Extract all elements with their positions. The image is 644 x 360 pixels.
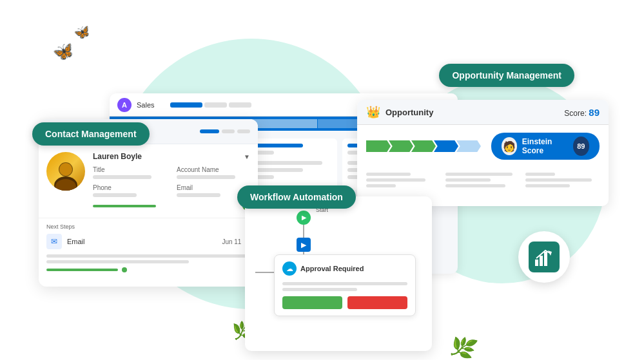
pipeline-step-3 <box>250 119 317 128</box>
svg-rect-4 <box>535 260 538 266</box>
workflow-card: Start ▶ ▶ ☁ ☁ Approval Required <box>245 196 432 351</box>
tab-inactive-1 <box>204 102 227 108</box>
analytics-icon <box>529 242 560 272</box>
chevron-4 <box>434 140 458 152</box>
field-phone: Phone <box>93 184 166 197</box>
start-node: ▶ <box>297 211 311 225</box>
einstein-badge: 🧑 Einstein Score 89 <box>491 133 600 160</box>
svg-marker-7 <box>548 251 552 256</box>
opp-progress-area: 🧑 Einstein Score 89 <box>357 125 609 167</box>
steps-dot <box>122 267 127 272</box>
einstein-avatar: 🧑 <box>502 137 517 155</box>
field-row-1: Title Account Name <box>93 166 250 179</box>
opp-score: Score: 89 <box>564 107 600 118</box>
steps-bar-2 <box>46 260 189 263</box>
next-steps-label: Next Steps ▼ <box>46 223 250 230</box>
opp-bar-1 <box>366 173 411 176</box>
approval-title: Approval Required <box>300 265 364 272</box>
opp-col-2 <box>445 173 520 187</box>
flow-arrow-node: ▶ <box>297 238 311 252</box>
tab-inactive-2 <box>229 102 251 108</box>
chevron-3 <box>411 140 436 152</box>
chevron-2 <box>389 140 413 152</box>
crm-app-name: Sales <box>137 101 155 109</box>
phone-value <box>93 193 137 197</box>
steps-progress <box>46 269 118 271</box>
opp-title: Opportunity <box>385 108 433 117</box>
reject-button[interactable] <box>347 296 407 309</box>
email-item-row: ✉ Email Jun 11 « <box>46 234 250 249</box>
butterfly-1: 🦋 <box>72 23 92 42</box>
opp-bar-5 <box>445 178 490 182</box>
crown-icon: 👑 <box>366 105 380 119</box>
opportunity-panel: 👑 Opportunity Score: 89 🧑 Einstein Score… <box>357 100 609 206</box>
steps-bar-1 <box>46 254 250 258</box>
contact-body: Lauren Boyle ▼ Title Account Name Phone <box>39 144 258 218</box>
opp-bar-9 <box>525 184 570 187</box>
analytics-circle <box>518 231 570 283</box>
chevron-1 <box>366 140 391 152</box>
opp-bar-3 <box>366 184 396 187</box>
field-account: Account Name <box>177 166 250 179</box>
approval-divider-2 <box>282 288 357 291</box>
email-item-label: Email <box>67 238 217 245</box>
approval-header: ☁ Approval Required <box>282 261 407 276</box>
crm-avatar: A <box>117 98 132 112</box>
einstein-score-circle: 89 <box>573 137 589 156</box>
butterfly-2: 🦋 <box>51 39 76 64</box>
email-value <box>177 193 220 197</box>
contact-avatar <box>46 152 85 191</box>
approval-buttons <box>282 296 407 309</box>
contact-info: Lauren Boyle ▼ Title Account Name Phone <box>93 152 250 210</box>
svg-rect-6 <box>544 252 547 266</box>
connector-1 <box>303 225 304 238</box>
einstein-label: Einstein Score <box>522 137 568 155</box>
opp-data-grid <box>357 167 609 195</box>
leaf-right: 🌿 <box>447 332 480 360</box>
svg-rect-5 <box>540 256 543 266</box>
tab-2 <box>237 129 250 133</box>
progress-chevrons <box>366 140 481 152</box>
account-value <box>177 175 235 179</box>
opp-col-3 <box>525 173 600 187</box>
svg-point-2 <box>59 163 72 176</box>
title-value <box>93 175 151 179</box>
opportunity-management-label: Opportunity Management <box>439 64 574 87</box>
tab-active[interactable] <box>170 102 202 108</box>
contact-name: Lauren Boyle ▼ <box>93 152 250 161</box>
approval-box: ☁ Approval Required <box>274 254 416 316</box>
field-row-2: Phone Email <box>93 184 250 197</box>
field-title: Title <box>93 166 166 179</box>
email-icon: ✉ <box>46 234 62 249</box>
opp-col-1 <box>366 173 440 187</box>
tab-active <box>200 129 219 133</box>
opp-bar-6 <box>445 184 505 187</box>
opp-bar-2 <box>366 178 425 182</box>
sf-cloud-icon: ☁ <box>282 261 297 276</box>
contact-management-label: Contact Management <box>32 122 150 146</box>
approve-button[interactable] <box>282 296 342 309</box>
email-date: Jun 11 <box>222 238 241 245</box>
opp-bar-7 <box>525 173 555 176</box>
next-steps-section: Next Steps ▼ ✉ Email Jun 11 « <box>39 218 258 278</box>
approval-divider-1 <box>282 282 407 285</box>
workflow-automation-label: Workflow Automation <box>237 185 356 209</box>
opp-bar-8 <box>525 178 592 182</box>
opp-bar-4 <box>445 173 512 176</box>
opp-header: 👑 Opportunity Score: 89 <box>357 100 609 125</box>
progress-green <box>93 205 156 207</box>
tab-1 <box>222 129 235 133</box>
chevron-5 <box>456 140 481 152</box>
